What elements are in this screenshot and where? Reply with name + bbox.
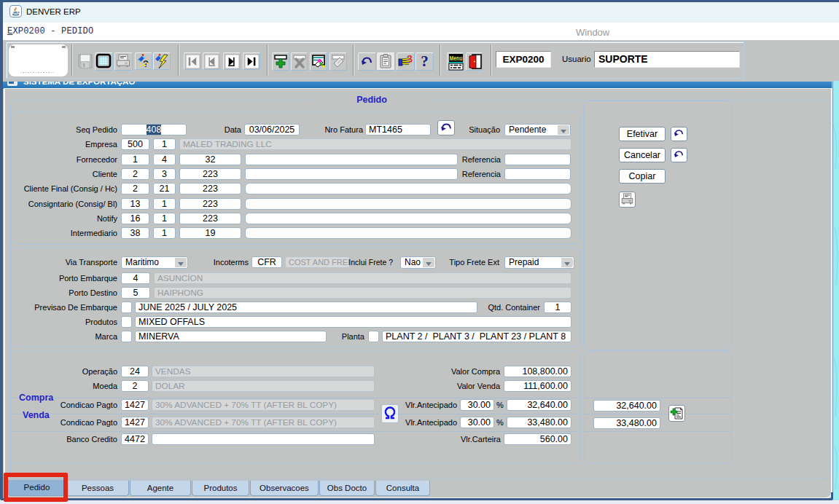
svg-text:Menu: Menu xyxy=(449,54,462,61)
